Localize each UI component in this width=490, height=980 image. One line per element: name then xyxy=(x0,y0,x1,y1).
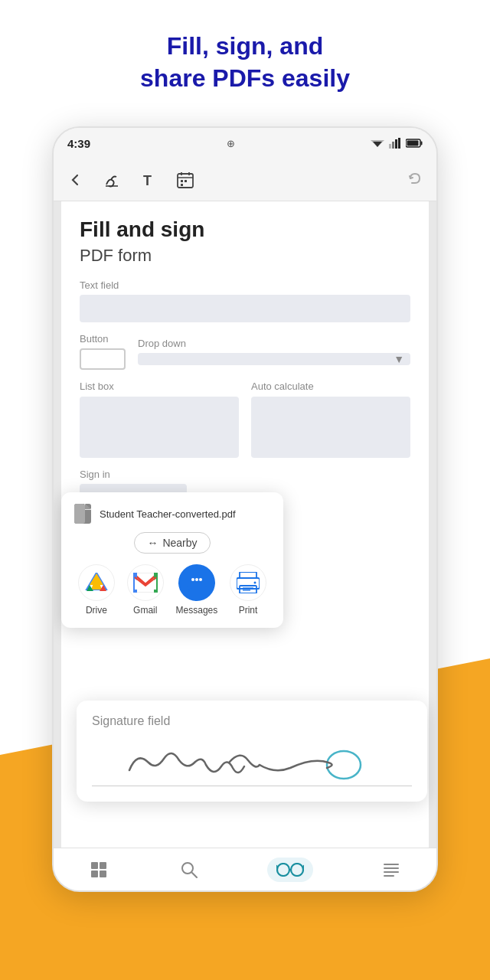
svg-rect-35 xyxy=(240,586,256,593)
nav-grid-button[interactable] xyxy=(87,858,111,882)
undo-icon[interactable] xyxy=(403,168,427,192)
nearby-button[interactable]: ↔ Nearby xyxy=(134,532,210,554)
print-label: Print xyxy=(239,605,258,616)
svg-rect-42 xyxy=(91,871,98,877)
header-line2: share PDFs easily xyxy=(0,63,490,95)
button-dropdown-row: Button Drop down ▼ xyxy=(80,333,410,370)
text-field-box[interactable] xyxy=(80,295,410,322)
dropdown-label: Drop down xyxy=(138,338,410,349)
share-popup: Student Teacher-converted.pdf ↔ Nearby xyxy=(61,492,283,628)
svg-text:T: T xyxy=(143,173,152,188)
wifi-icon xyxy=(371,138,384,149)
pdf-title: Fill and sign xyxy=(80,217,410,243)
gmail-icon xyxy=(127,564,164,601)
drive-icon xyxy=(78,564,115,601)
signature-drawing xyxy=(92,736,412,786)
bottom-nav xyxy=(54,848,436,890)
svg-point-32 xyxy=(199,578,202,581)
status-bar: 4:39 ⊕ xyxy=(54,128,436,158)
share-popup-header: Student Teacher-converted.pdf xyxy=(72,503,273,524)
signature-popup: Signature field xyxy=(77,701,427,802)
svg-rect-40 xyxy=(91,862,98,869)
svg-rect-8 xyxy=(407,141,419,146)
nearby-icon: ↔ xyxy=(147,537,158,549)
pdf-dropdown-box[interactable]: ▼ xyxy=(138,353,410,365)
text-icon[interactable]: T xyxy=(136,168,161,192)
nearby-label: Nearby xyxy=(162,537,197,549)
svg-point-46 xyxy=(277,864,289,876)
phone-mockup: 4:39 ⊕ xyxy=(52,126,438,892)
svg-line-49 xyxy=(276,865,277,868)
svg-rect-4 xyxy=(395,139,397,149)
signature-label: Signature field xyxy=(92,714,412,728)
svg-line-50 xyxy=(303,865,304,868)
svg-point-31 xyxy=(195,578,198,581)
battery-icon xyxy=(406,139,423,148)
svg-rect-19 xyxy=(74,504,85,524)
svg-point-47 xyxy=(291,864,303,876)
listbox-autocalc-row: List box Auto calculate xyxy=(80,381,410,458)
calendar-icon[interactable] xyxy=(173,168,198,192)
share-apps: Drive xyxy=(72,564,273,616)
svg-marker-1 xyxy=(371,140,384,147)
messages-icon xyxy=(178,564,215,601)
toolbar: T xyxy=(54,158,436,201)
print-icon xyxy=(230,564,266,601)
pdf-button-box[interactable] xyxy=(80,348,126,370)
signature-line xyxy=(92,786,412,786)
svg-rect-43 xyxy=(100,871,106,877)
nav-search-button[interactable] xyxy=(177,858,201,882)
text-field-label: Text field xyxy=(80,279,410,291)
status-icon-extra: ⊕ xyxy=(227,138,235,149)
dropdown-arrow-icon: ▼ xyxy=(394,353,404,365)
svg-rect-7 xyxy=(421,142,423,145)
svg-rect-2 xyxy=(389,144,391,149)
header-line1: Fill, sign, and xyxy=(0,31,490,63)
status-icons xyxy=(371,138,423,149)
share-app-drive[interactable]: Drive xyxy=(78,564,115,616)
svg-rect-3 xyxy=(392,142,394,149)
status-time: 4:39 xyxy=(67,137,90,150)
svg-point-44 xyxy=(182,863,193,874)
svg-rect-16 xyxy=(185,180,187,182)
signin-label: Sign in xyxy=(80,469,410,480)
pdf-subtitle: PDF form xyxy=(80,246,410,266)
autocalc-box[interactable] xyxy=(251,397,410,458)
back-button[interactable] xyxy=(63,168,87,192)
sign-icon[interactable] xyxy=(100,168,124,192)
autocalc-label: Auto calculate xyxy=(251,381,410,392)
listbox-label: List box xyxy=(80,381,239,392)
signal-icon xyxy=(389,138,401,149)
svg-rect-17 xyxy=(181,184,183,186)
svg-point-36 xyxy=(254,582,256,584)
nav-glasses-button[interactable] xyxy=(267,858,313,882)
nearby-container: ↔ Nearby xyxy=(72,532,273,554)
pdf-area: Fill and sign PDF form Text field Button… xyxy=(54,201,436,848)
svg-rect-5 xyxy=(398,138,400,149)
svg-rect-15 xyxy=(181,180,183,182)
gmail-label: Gmail xyxy=(133,605,157,616)
messages-label: Messages xyxy=(176,605,218,616)
button-label: Button xyxy=(80,333,109,345)
svg-line-45 xyxy=(192,873,197,877)
share-app-gmail[interactable]: Gmail xyxy=(127,564,164,616)
drive-label: Drive xyxy=(86,605,107,616)
share-filename: Student Teacher-converted.pdf xyxy=(100,508,236,520)
share-app-print[interactable]: Print xyxy=(230,564,266,616)
header-text: Fill, sign, and share PDFs easily xyxy=(0,31,490,94)
svg-rect-41 xyxy=(100,862,106,869)
svg-point-30 xyxy=(191,578,194,581)
share-app-messages[interactable]: Messages xyxy=(176,564,218,616)
nav-list-button[interactable] xyxy=(379,858,403,882)
svg-rect-33 xyxy=(240,572,256,578)
file-icon xyxy=(72,503,93,524)
signature-area xyxy=(92,736,412,789)
listbox-box[interactable] xyxy=(80,397,239,458)
